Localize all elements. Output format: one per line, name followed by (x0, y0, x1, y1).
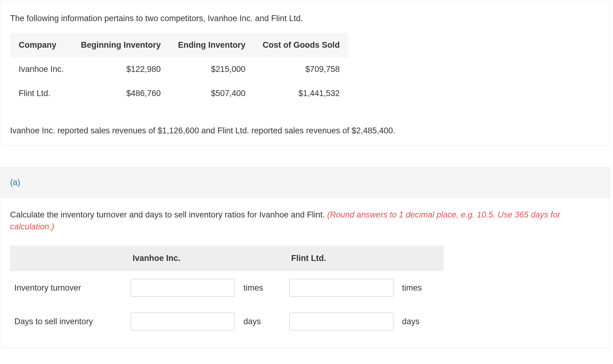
unit-label: days (398, 305, 444, 338)
col-ending: Ending Inventory (169, 33, 254, 57)
calc-base: Calculate the inventory turnover and day… (10, 210, 327, 219)
cell-company: Flint Ltd. (10, 81, 72, 106)
info-header-row: Company Beginning Inventory Ending Inven… (10, 33, 348, 57)
unit-label: times (398, 271, 444, 305)
part-a-card: (a) Calculate the inventory turnover and… (1, 167, 610, 348)
cell-ending: $215,000 (169, 57, 254, 81)
cell-ending: $507,400 (169, 81, 254, 106)
unit-label: days (239, 305, 285, 338)
input-cell (126, 305, 239, 338)
input-cell (285, 305, 398, 338)
revenues-text: Ivanhoe Inc. reported sales revenues of … (10, 125, 600, 137)
cell-beginning: $122,980 (72, 57, 169, 81)
unit-label: times (239, 271, 285, 305)
problem-card: The following information pertains to tw… (1, 1, 610, 146)
input-cell (285, 271, 398, 305)
days-to-sell-flint-input[interactable] (289, 313, 393, 330)
cell-cogs: $1,441,532 (254, 81, 348, 106)
answers-header-row: Ivanhoe Inc. Flint Ltd. (10, 246, 444, 271)
days-to-sell-ivanhoe-input[interactable] (131, 313, 235, 330)
row-label: Inventory turnover (10, 271, 126, 305)
info-table: Company Beginning Inventory Ending Inven… (10, 33, 348, 106)
col-beginning: Beginning Inventory (72, 33, 169, 57)
answers-row: Inventory turnover times times (10, 271, 444, 305)
table-row: Ivanhoe Inc. $122,980 $215,000 $709,758 (10, 57, 348, 81)
col-cogs: Cost of Goods Sold (254, 33, 348, 57)
answers-col-flint: Flint Ltd. (285, 246, 444, 271)
input-cell (126, 271, 239, 305)
col-company: Company (10, 33, 72, 57)
cell-company: Ivanhoe Inc. (10, 57, 72, 81)
inventory-turnover-flint-input[interactable] (289, 279, 393, 297)
answers-col-ivanhoe: Ivanhoe Inc. (126, 246, 285, 271)
table-row: Flint Ltd. $486,760 $507,400 $1,441,532 (10, 81, 348, 106)
cell-beginning: $486,760 (72, 81, 169, 106)
part-a-header: (a) (1, 167, 610, 198)
answers-col-blank (10, 246, 126, 271)
part-a-body: Calculate the inventory turnover and day… (1, 198, 610, 347)
intro-text: The following information pertains to tw… (10, 13, 600, 24)
answers-row: Days to sell inventory days days (10, 305, 444, 338)
row-label: Days to sell inventory (10, 305, 126, 338)
cell-cogs: $709,758 (254, 57, 348, 81)
calc-instruction: Calculate the inventory turnover and day… (10, 209, 600, 233)
inventory-turnover-ivanhoe-input[interactable] (131, 279, 235, 297)
answers-table: Ivanhoe Inc. Flint Ltd. Inventory turnov… (10, 246, 444, 338)
